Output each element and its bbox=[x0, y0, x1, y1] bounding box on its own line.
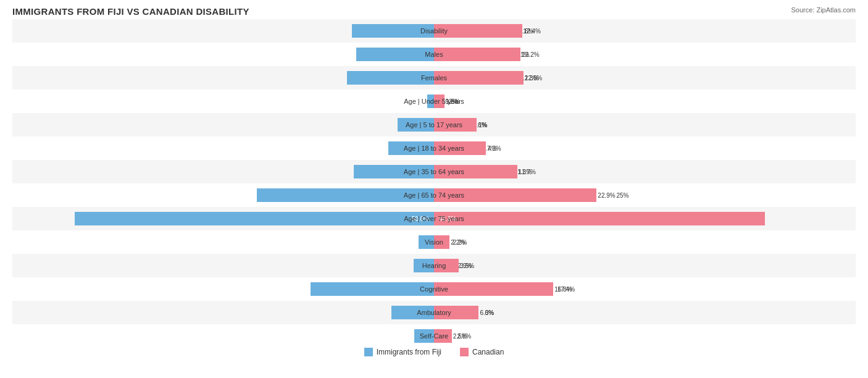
bar-left bbox=[354, 165, 434, 178]
bar-left bbox=[419, 235, 434, 249]
chart-row: 11% Males 12.2% bbox=[12, 43, 856, 66]
bar-right bbox=[434, 141, 486, 155]
left-bar-area: 11.6% bbox=[12, 19, 434, 43]
left-bar-area: 6% bbox=[12, 301, 434, 324]
right-bar-area: 22.9% bbox=[434, 183, 856, 207]
bar-left bbox=[388, 141, 434, 155]
left-bar-area: 50.6% bbox=[12, 207, 434, 230]
legend: Immigrants from Fiji Canadian bbox=[12, 348, 856, 356]
chart-row: 2.9% Hearing 3.5% bbox=[12, 254, 856, 277]
bar-right-value-outside: 16.8% bbox=[554, 286, 572, 293]
chart-row: 5.1% Age | 5 to 17 years 6% bbox=[12, 113, 856, 136]
source-label: Source: ZipAtlas.com bbox=[791, 6, 856, 14]
bar-right bbox=[434, 259, 459, 272]
bar-right-value-outside: 6.3% bbox=[480, 309, 494, 316]
left-bar-area: 12.3% bbox=[12, 66, 434, 90]
right-bar-area: 1.5% bbox=[434, 90, 856, 113]
left-bar-area: 0.92% bbox=[12, 90, 434, 113]
chart-row: 11.6% Disability 12.4% bbox=[12, 19, 856, 43]
bar-left bbox=[414, 329, 434, 343]
left-bar-area: 17.4% bbox=[12, 277, 434, 301]
right-bar-area: 7.3% bbox=[434, 136, 856, 160]
left-bar-area: 11.3% bbox=[12, 160, 434, 183]
chart-title: IMMIGRANTS FROM FIJI VS CANADIAN DISABIL… bbox=[12, 6, 856, 17]
bar-right-value-outside: 2.2% bbox=[451, 239, 465, 246]
legend-label-left: Immigrants from Fiji bbox=[377, 348, 441, 356]
bar-left bbox=[311, 282, 434, 296]
bar-right bbox=[434, 94, 444, 108]
left-bar-area: 2.9% bbox=[12, 254, 434, 277]
bar-left bbox=[356, 48, 435, 61]
bar-left bbox=[414, 259, 434, 272]
bar-left bbox=[257, 188, 435, 202]
right-bar-area: 6% bbox=[434, 113, 856, 136]
bar-right bbox=[434, 165, 517, 178]
chart-area: 11.6% Disability 12.4% 11% bbox=[12, 19, 856, 334]
bar-left bbox=[427, 94, 434, 108]
legend-item-right: Canadian bbox=[460, 348, 504, 356]
bar-right bbox=[434, 24, 522, 38]
bar-right bbox=[434, 329, 452, 343]
bar-right-value-outside: 12.4% bbox=[524, 28, 541, 35]
left-bar-area: 2.8% bbox=[12, 324, 434, 348]
bar-right bbox=[434, 71, 524, 85]
chart-row: 25% Age | 65 to 74 years 22.9% bbox=[12, 183, 856, 207]
right-bar-area: 6.3% bbox=[434, 301, 856, 324]
bar-right bbox=[434, 118, 477, 132]
legend-label-right: Canadian bbox=[472, 348, 504, 356]
bar-left bbox=[347, 71, 434, 85]
chart-row: 12.3% Females 12.6% bbox=[12, 66, 856, 90]
bar-left bbox=[352, 24, 434, 38]
bar-right bbox=[434, 282, 553, 296]
bar-right-value-outside: 7.3% bbox=[487, 145, 501, 152]
legend-box-left bbox=[364, 348, 373, 356]
chart-row: 2.2% Vision 2.2% bbox=[12, 230, 856, 254]
chart-row: 6.4% Age | 18 to 34 years 7.3% bbox=[12, 136, 856, 160]
bar-right-value-outside: 3.5% bbox=[460, 262, 474, 269]
bar-right bbox=[434, 48, 520, 61]
bar-right bbox=[434, 235, 449, 249]
legend-item-left: Immigrants from Fiji bbox=[364, 348, 441, 356]
bar-right: 46.6% bbox=[434, 212, 765, 225]
bar-right bbox=[434, 306, 478, 319]
bar-right-value-outside: 12.6% bbox=[525, 75, 542, 82]
right-bar-area: 11.7% bbox=[434, 160, 856, 183]
bar-right-value-outside: 2.5% bbox=[453, 333, 467, 340]
bar-right-value: 46.6% bbox=[436, 216, 459, 222]
bar-right-value-outside: 6% bbox=[478, 122, 486, 128]
right-bar-area: 3.5% bbox=[434, 254, 856, 277]
right-bar-area: 12.6% bbox=[434, 66, 856, 90]
left-bar-area: 2.2% bbox=[12, 230, 434, 254]
bar-left bbox=[398, 118, 434, 132]
legend-box-right bbox=[460, 348, 469, 356]
bar-left bbox=[391, 306, 434, 319]
chart-container: IMMIGRANTS FROM FIJI VS CANADIAN DISABIL… bbox=[0, 0, 868, 378]
chart-row: 50.6% Age | Over 75 years 46.6% bbox=[12, 207, 856, 230]
chart-row: 2.8% Self-Care 2.5% bbox=[12, 324, 856, 348]
bar-right-value-outside: 12.2% bbox=[522, 51, 539, 58]
chart-row: 6% Ambulatory 6.3% bbox=[12, 301, 856, 324]
right-bar-area: 2.5% bbox=[434, 324, 856, 348]
left-bar-area: 5.1% bbox=[12, 113, 434, 136]
left-bar-area: 25% bbox=[12, 183, 434, 207]
right-bar-area: 16.8% bbox=[434, 277, 856, 301]
right-bar-area: 46.6% bbox=[434, 207, 856, 230]
bar-right bbox=[434, 188, 596, 202]
right-bar-area: 12.4% bbox=[434, 19, 856, 43]
bar-right-value-outside: 1.5% bbox=[446, 98, 460, 105]
left-bar-area: 6.4% bbox=[12, 136, 434, 160]
chart-row: 11.3% Age | 35 to 64 years 11.7% bbox=[12, 160, 856, 183]
right-bar-area: 2.2% bbox=[434, 230, 856, 254]
bar-right-value-outside: 22.9% bbox=[598, 192, 615, 199]
left-bar-area: 11% bbox=[12, 43, 434, 66]
chart-row: 0.92% Age | Under 5 years 1.5% bbox=[12, 90, 856, 113]
bar-right-value-outside: 11.7% bbox=[519, 169, 536, 175]
bar-left: 50.6% bbox=[75, 212, 434, 225]
right-bar-area: 12.2% bbox=[434, 43, 856, 66]
chart-row: 17.4% Cognitive 16.8% bbox=[12, 277, 856, 301]
bar-left-value: 50.6% bbox=[409, 216, 432, 222]
